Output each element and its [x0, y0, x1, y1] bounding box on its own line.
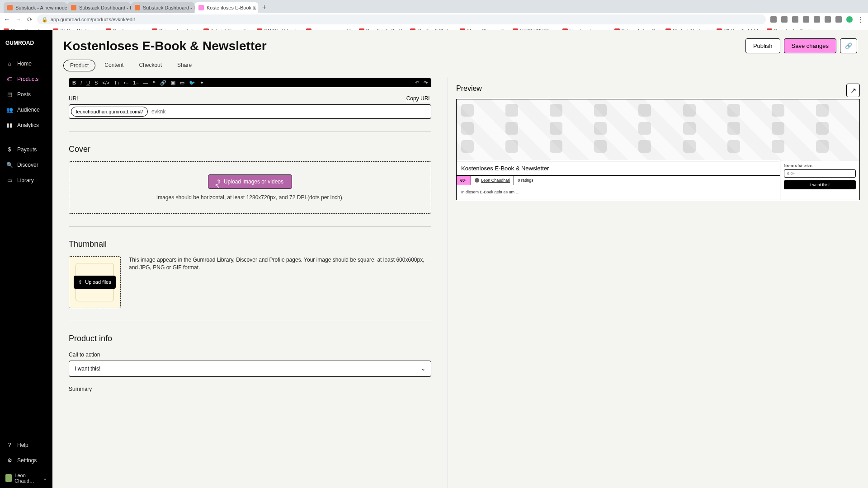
gumroad-logo[interactable]: GUMROAD: [0, 35, 52, 56]
home-icon: ⌂: [6, 61, 13, 67]
forward-icon[interactable]: →: [15, 16, 22, 23]
sidebar-item-discover[interactable]: 🔍Discover: [0, 157, 52, 173]
tab-checkout[interactable]: Checkout: [132, 60, 168, 71]
preview-ratings: 0 ratings: [514, 176, 537, 185]
product-tabs: Product Content Checkout Share: [52, 57, 868, 77]
copy-url-link[interactable]: Copy URL: [406, 95, 431, 102]
cover-hint: Images should be horizontal, at least 12…: [78, 194, 422, 201]
user-menu[interactable]: Leon Chaud…⌄: [0, 468, 52, 488]
button-icon[interactable]: ▭: [180, 80, 184, 86]
url-input[interactable]: 🔒 app.gumroad.com/products/evknk/edit: [37, 14, 766, 24]
sidebar: GUMROAD ⌂Home 🏷Products ▤Posts 👥Audience…: [0, 30, 52, 488]
tag-icon: 🏷: [6, 76, 13, 82]
sidebar-item-home[interactable]: ⌂Home: [0, 56, 52, 71]
sidebar-item-products[interactable]: 🏷Products: [0, 71, 52, 87]
avatar-icon: [475, 178, 479, 183]
link-button[interactable]: 🔗: [840, 38, 857, 53]
reload-icon[interactable]: ⟳: [27, 16, 33, 23]
tab-content[interactable]: Content: [98, 60, 130, 71]
sidebar-item-posts[interactable]: ▤Posts: [0, 87, 52, 102]
extension-icon[interactable]: [814, 16, 820, 23]
chevron-down-icon: ⌄: [421, 366, 425, 372]
save-changes-button[interactable]: Save changes: [784, 38, 836, 53]
link-icon[interactable]: 🔗: [160, 80, 166, 86]
open-preview-button[interactable]: ↗: [846, 84, 860, 97]
rich-text-toolbar: B I U S </> Tт •≡ 1≡ — ❝ 🔗 ▣ ▭ 🐦 ✦ ↶: [69, 78, 431, 87]
cover-dropzone[interactable]: ⇧ Upload images or videos ↖ Images shoul…: [69, 161, 431, 214]
extension-icon[interactable]: [835, 16, 842, 23]
product-info-heading: Product info: [69, 334, 431, 343]
library-icon: ▭: [6, 177, 13, 183]
extension-icon[interactable]: [781, 16, 788, 23]
sidebar-item-audience[interactable]: 👥Audience: [0, 102, 52, 117]
bold-icon[interactable]: B: [72, 80, 76, 85]
preview-author[interactable]: Leon Chaudhari: [471, 176, 514, 185]
help-icon: ?: [6, 442, 13, 448]
twitter-icon[interactable]: 🐦: [189, 80, 195, 86]
code-icon[interactable]: </>: [102, 80, 109, 85]
image-icon[interactable]: ▣: [171, 80, 175, 86]
preview-price-input[interactable]: € 0+: [784, 169, 856, 178]
italic-icon[interactable]: I: [80, 80, 82, 85]
preview-panel: Preview ↗ Kostenloses E-Book & Newslette…: [448, 77, 868, 488]
url-label: URL Copy URL: [69, 95, 431, 102]
quote-icon[interactable]: ❝: [153, 80, 156, 86]
extension-icon[interactable]: [825, 16, 831, 23]
sidebar-item-payouts[interactable]: $Payouts: [0, 142, 52, 157]
preview-fair-label: Name a fair price:: [784, 164, 856, 168]
url-slug-input[interactable]: [151, 108, 429, 115]
preview-heading: Preview: [456, 84, 860, 93]
preview-cta-button[interactable]: I want this!: [784, 180, 856, 189]
more-icon[interactable]: ✦: [200, 80, 204, 86]
publish-button[interactable]: Publish: [745, 38, 780, 53]
back-icon[interactable]: ←: [4, 16, 10, 23]
undo-icon[interactable]: ↶: [415, 80, 419, 86]
extension-icon[interactable]: [770, 16, 777, 23]
chevron-down-icon: ⌄: [43, 475, 47, 481]
money-icon: $: [6, 146, 13, 153]
list-number-icon[interactable]: 1≡: [133, 80, 139, 85]
upload-icon: ⇧: [78, 279, 82, 285]
external-link-icon: ↗: [850, 86, 856, 95]
search-icon: 🔍: [6, 162, 13, 168]
divider: [69, 131, 431, 132]
chart-icon: ▮▮: [6, 122, 13, 128]
editor-column[interactable]: B I U S </> Tт •≡ 1≡ — ❝ 🔗 ▣ ▭ 🐦 ✦ ↶: [52, 77, 448, 488]
favicon-icon: [7, 5, 13, 10]
cta-select[interactable]: I want this! ⌄: [69, 361, 431, 377]
list-bullet-icon[interactable]: •≡: [124, 80, 128, 85]
new-tab-button[interactable]: +: [259, 1, 270, 13]
sidebar-item-library[interactable]: ▭Library: [0, 173, 52, 188]
divider: [69, 226, 431, 227]
upload-thumbnail-button[interactable]: ⇧ Upload files: [74, 276, 115, 289]
extension-icon[interactable]: [792, 16, 798, 23]
url-field-row[interactable]: leonchaudhari.gumroad.com/l/: [69, 104, 431, 119]
browser-tab[interactable]: Substack Dashboard - Leon's…×: [67, 2, 131, 13]
summary-label: Summary: [69, 386, 431, 392]
extension-icon[interactable]: [803, 16, 809, 23]
tab-share[interactable]: Share: [171, 60, 198, 71]
underline-icon[interactable]: U: [86, 80, 90, 85]
avatar-icon: [5, 474, 12, 482]
thumbnail-heading: Thumbnail: [69, 239, 431, 249]
profile-avatar-icon[interactable]: [846, 16, 853, 23]
redo-icon[interactable]: ↷: [424, 80, 428, 86]
browser-tab[interactable]: Substack Dashboard - Leon's…×: [131, 2, 194, 13]
thumbnail-dropzone[interactable]: ⇧ Upload files: [69, 256, 121, 308]
menu-icon[interactable]: ⋮: [857, 15, 864, 24]
sidebar-item-help[interactable]: ?Help: [0, 437, 52, 453]
heading-icon[interactable]: Tт: [114, 80, 119, 85]
sidebar-item-analytics[interactable]: ▮▮Analytics: [0, 117, 52, 133]
browser-tab-active[interactable]: Kostenloses E-Book & Newsle…×: [195, 2, 258, 13]
browser-tab[interactable]: Substack - A new model for p…×: [4, 2, 67, 13]
tab-product[interactable]: Product: [63, 60, 95, 71]
people-icon: 👥: [6, 107, 13, 113]
upload-cover-button[interactable]: ⇧ Upload images or videos ↖: [208, 174, 292, 189]
sidebar-item-settings[interactable]: ⚙Settings: [0, 453, 52, 468]
hr-icon[interactable]: —: [143, 80, 148, 85]
page-header: Kostenloses E-Book & Newsletter Publish …: [52, 30, 868, 57]
gear-icon: ⚙: [6, 457, 13, 464]
strike-icon[interactable]: S: [94, 80, 98, 85]
link-icon: 🔗: [845, 42, 852, 49]
lock-icon: 🔒: [42, 17, 48, 23]
